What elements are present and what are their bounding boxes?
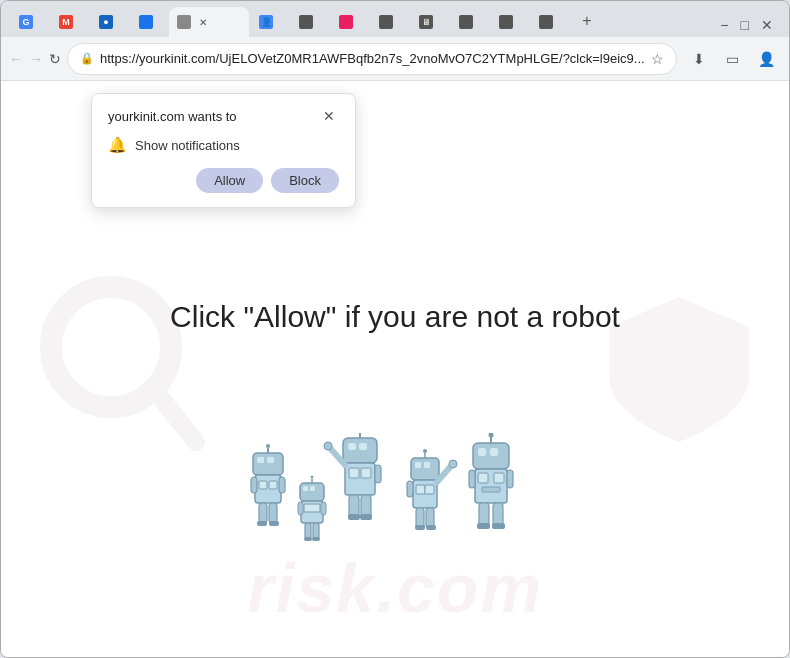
restore-button[interactable]: □ [741, 17, 749, 33]
svg-rect-45 [415, 462, 421, 468]
tab-3[interactable]: ● [89, 7, 129, 37]
svg-rect-65 [478, 473, 488, 483]
tab-2[interactable]: M [49, 7, 89, 37]
tab-9-favicon [379, 15, 393, 29]
page-main-text: Click "Allow" if you are not a robot [170, 300, 620, 334]
svg-rect-15 [269, 521, 279, 526]
svg-rect-44 [411, 458, 439, 480]
svg-rect-50 [416, 485, 425, 494]
tab-1-favicon: G [19, 15, 33, 29]
tab-5-favicon [177, 15, 191, 29]
svg-rect-14 [257, 521, 267, 526]
svg-line-1 [156, 392, 196, 442]
svg-rect-68 [469, 470, 475, 488]
download-button[interactable]: ⬇ [683, 43, 715, 75]
tab-2-favicon: M [59, 15, 73, 29]
svg-rect-30 [348, 443, 356, 450]
shield-watermark [599, 287, 759, 451]
tab-12[interactable] [489, 7, 529, 37]
svg-rect-59 [473, 443, 509, 469]
tab-5-close[interactable]: ✕ [196, 15, 210, 29]
reload-button[interactable]: ↻ [49, 43, 61, 75]
robot-5 [469, 433, 513, 529]
close-button[interactable]: ✕ [761, 17, 773, 33]
svg-rect-26 [313, 523, 319, 539]
svg-rect-58 [426, 525, 436, 530]
svg-point-38 [324, 442, 332, 450]
svg-point-48 [423, 449, 427, 453]
svg-rect-35 [349, 468, 359, 478]
tab-9[interactable] [369, 7, 409, 37]
svg-rect-17 [303, 486, 308, 491]
svg-rect-18 [310, 486, 315, 491]
tab-8-favicon [339, 15, 353, 29]
tabs-container: G M ● ✕ 👤 [9, 7, 720, 37]
svg-rect-54 [407, 481, 413, 497]
tab-13[interactable] [529, 7, 569, 37]
svg-rect-67 [482, 487, 500, 492]
tab-10[interactable]: 🖥 [409, 7, 449, 37]
popup-close-button[interactable]: ✕ [319, 106, 339, 126]
lock-icon: 🔒 [80, 52, 94, 65]
tab-5-active[interactable]: ✕ [169, 7, 249, 37]
svg-rect-73 [492, 523, 505, 529]
tab-10-favicon: 🖥 [419, 15, 433, 29]
svg-rect-10 [251, 477, 257, 493]
popup-actions: Allow Block [108, 168, 339, 193]
svg-rect-69 [507, 470, 513, 488]
robot-3 [324, 433, 381, 520]
tab-8[interactable] [329, 7, 369, 37]
toolbar-right: ⬇ ▭ 👤 ⋮ [683, 43, 790, 75]
new-tab-button[interactable]: + [573, 7, 601, 35]
permission-text: Show notifications [135, 138, 240, 153]
tab-6-favicon: 👤 [259, 15, 273, 29]
tab-11-favicon [459, 15, 473, 29]
robots-svg [235, 433, 555, 593]
svg-point-63 [489, 433, 494, 438]
tab-bar: G M ● ✕ 👤 [1, 1, 789, 37]
bookmark-star-icon[interactable]: ☆ [651, 51, 664, 67]
allow-button[interactable]: Allow [196, 168, 263, 193]
svg-rect-29 [343, 438, 377, 463]
svg-rect-12 [259, 503, 267, 523]
tab-1[interactable]: G [9, 7, 49, 37]
svg-rect-4 [267, 457, 274, 463]
tab-7-favicon [299, 15, 313, 29]
svg-rect-40 [349, 495, 359, 517]
svg-rect-3 [257, 457, 264, 463]
svg-rect-8 [259, 481, 267, 489]
magnifier-watermark [31, 267, 211, 471]
tab-11[interactable] [449, 7, 489, 37]
popup-header: yourkinit.com wants to ✕ [108, 106, 339, 126]
tab-12-favicon [499, 15, 513, 29]
sidebar-button[interactable]: ▭ [717, 43, 749, 75]
block-button[interactable]: Block [271, 168, 339, 193]
svg-rect-9 [269, 481, 277, 489]
robot-4 [407, 449, 457, 530]
toolbar: ← → ↻ 🔒 https://yourkinit.com/UjELOVetZ0… [1, 37, 789, 81]
svg-rect-43 [360, 514, 372, 520]
tab-4[interactable] [129, 7, 169, 37]
svg-rect-42 [348, 514, 360, 520]
svg-rect-23 [321, 502, 326, 515]
profile-button[interactable]: 👤 [751, 43, 783, 75]
page-content: risk.com Click "Allow" if you are not a … [1, 81, 789, 657]
robots-illustration [235, 433, 555, 597]
minimize-button[interactable]: − [720, 17, 728, 33]
menu-button[interactable]: ⋮ [785, 43, 790, 75]
svg-rect-11 [279, 477, 285, 493]
svg-rect-60 [478, 448, 486, 456]
url-text: https://yourkinit.com/UjELOVetZ0MR1AWFBq… [100, 51, 645, 66]
svg-rect-61 [490, 448, 498, 456]
svg-rect-16 [300, 483, 324, 501]
tab-7[interactable] [289, 7, 329, 37]
svg-point-53 [449, 460, 457, 468]
svg-rect-22 [298, 502, 303, 515]
tab-6[interactable]: 👤 [249, 7, 289, 37]
popup-title: yourkinit.com wants to [108, 109, 237, 124]
forward-button[interactable]: → [29, 43, 43, 75]
svg-point-20 [311, 476, 314, 479]
address-bar[interactable]: 🔒 https://yourkinit.com/UjELOVetZ0MR1AWF… [67, 43, 677, 75]
svg-rect-27 [304, 537, 312, 541]
back-button[interactable]: ← [9, 43, 23, 75]
